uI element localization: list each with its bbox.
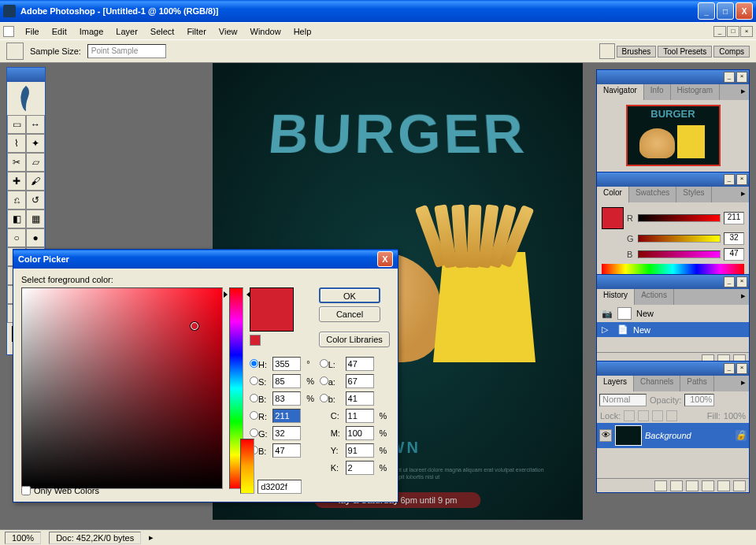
tab-color[interactable]: Color <box>597 187 629 202</box>
new-layer-icon[interactable] <box>717 480 730 491</box>
history-snapshot[interactable]: 📷New <box>597 305 749 322</box>
close-button[interactable]: X <box>736 2 753 20</box>
tab-actions[interactable]: Actions <box>635 289 674 305</box>
k-input[interactable] <box>346 461 374 475</box>
history-state[interactable]: ▷📄New <box>597 322 749 337</box>
lock-all-icon[interactable] <box>666 410 677 421</box>
dodge-tool[interactable]: ● <box>26 228 45 247</box>
panel-menu-icon[interactable]: ▸ <box>738 84 749 100</box>
navigator-thumbnail[interactable]: BURGER <box>626 105 721 166</box>
panel-minimize-button[interactable]: _ <box>724 174 735 185</box>
l-input[interactable] <box>346 357 374 371</box>
s-radio[interactable] <box>250 376 258 385</box>
document-icon[interactable] <box>3 26 14 37</box>
status-doc-size[interactable]: Doc: 452,2K/0 bytes <box>49 532 141 544</box>
adjustment-layer-icon[interactable] <box>702 480 714 491</box>
lock-move-icon[interactable] <box>652 410 663 421</box>
tab-styles[interactable]: Styles <box>676 187 711 202</box>
bv-input[interactable] <box>272 391 301 406</box>
color-libraries-button[interactable]: Color Libraries <box>319 332 390 347</box>
panel-menu-icon[interactable]: ▸ <box>738 187 749 202</box>
maximize-button[interactable]: □ <box>717 2 734 20</box>
fill-input[interactable]: 100% <box>724 411 746 421</box>
g-input[interactable] <box>272 426 301 440</box>
bc-input[interactable] <box>272 443 301 458</box>
file-browser-icon[interactable] <box>599 43 615 59</box>
only-web-colors-checkbox[interactable] <box>21 486 31 495</box>
healing-tool[interactable]: ✚ <box>7 172 26 191</box>
bb-radio[interactable] <box>320 394 328 402</box>
tool-preset-icon[interactable] <box>6 43 24 60</box>
hex-input[interactable] <box>258 480 302 494</box>
a-input[interactable] <box>346 374 374 388</box>
magic-wand-tool[interactable]: ✦ <box>26 134 45 153</box>
history-brush-tool[interactable]: ↺ <box>26 191 45 209</box>
visibility-icon[interactable]: 👁 <box>599 429 612 442</box>
color-spectrum[interactable] <box>602 264 744 275</box>
layer-style-icon[interactable] <box>654 480 667 491</box>
dialog-close-button[interactable]: X <box>377 251 393 267</box>
color-field[interactable] <box>21 287 223 489</box>
menu-window[interactable]: Window <box>244 27 287 36</box>
status-arrow-icon[interactable]: ▸ <box>149 532 154 543</box>
lock-paint-icon[interactable] <box>638 410 649 421</box>
color-panel-swatch[interactable] <box>602 207 624 229</box>
tab-histogram[interactable]: Histogram <box>671 84 721 100</box>
menu-filter[interactable]: Filter <box>180 27 212 36</box>
menu-file[interactable]: File <box>19 27 46 36</box>
bb-input[interactable] <box>346 391 374 406</box>
tab-paths[interactable]: Paths <box>680 376 714 391</box>
l-radio[interactable] <box>320 359 328 368</box>
lasso-tool[interactable]: ⌇ <box>7 134 26 153</box>
slice-tool[interactable]: ▱ <box>26 153 45 172</box>
menu-select[interactable]: Select <box>144 27 181 36</box>
a-radio[interactable] <box>320 376 328 385</box>
y-input[interactable] <box>346 443 374 458</box>
sample-size-dropdown[interactable]: Point Sample <box>87 44 166 58</box>
b-value[interactable]: 47 <box>724 248 744 261</box>
b-slider[interactable] <box>638 250 721 258</box>
crop-tool[interactable]: ✂ <box>7 153 26 172</box>
panel-minimize-button[interactable]: _ <box>724 363 735 374</box>
tab-tool-presets[interactable]: Tool Presets <box>658 46 712 57</box>
brush-tool[interactable]: 🖌 <box>26 172 45 191</box>
tab-brushes[interactable]: Brushes <box>617 46 657 57</box>
panel-minimize-button[interactable]: _ <box>724 276 735 287</box>
layer-row[interactable]: 👁 Background 🔒 <box>597 423 749 448</box>
stamp-tool[interactable]: ⎌ <box>7 191 26 209</box>
bv-radio[interactable] <box>250 394 258 402</box>
eraser-tool[interactable]: ◧ <box>7 209 26 228</box>
marquee-tool[interactable]: ▭ <box>7 115 26 134</box>
layer-thumbnail[interactable] <box>615 425 642 446</box>
cancel-button[interactable]: Cancel <box>319 306 380 322</box>
menu-edit[interactable]: Edit <box>46 27 73 36</box>
tab-channels[interactable]: Channels <box>634 376 680 391</box>
menu-layer[interactable]: Layer <box>109 27 144 36</box>
r-slider[interactable] <box>638 214 721 222</box>
new-set-icon[interactable] <box>686 480 699 491</box>
panel-menu-icon[interactable]: ▸ <box>738 376 749 391</box>
g-value[interactable]: 32 <box>724 232 744 245</box>
r-input[interactable] <box>272 409 301 423</box>
tab-navigator[interactable]: Navigator <box>597 84 644 100</box>
move-tool[interactable]: ↔ <box>26 115 45 134</box>
panel-close-button[interactable]: × <box>736 174 747 185</box>
g-slider[interactable] <box>638 235 721 243</box>
tab-layers[interactable]: Layers <box>597 376 634 391</box>
delete-layer-icon[interactable] <box>733 480 746 491</box>
toolbox-header[interactable] <box>7 68 45 82</box>
panel-minimize-button[interactable]: _ <box>724 72 735 83</box>
tab-comps[interactable]: Comps <box>713 46 750 57</box>
g-radio[interactable] <box>250 428 258 437</box>
panel-close-button[interactable]: × <box>736 72 747 83</box>
gradient-tool[interactable]: ▦ <box>26 209 45 228</box>
panel-menu-icon[interactable]: ▸ <box>738 289 749 305</box>
s-input[interactable] <box>272 374 301 388</box>
r-radio[interactable] <box>250 411 258 420</box>
tab-history[interactable]: History <box>597 289 635 305</box>
c-input[interactable] <box>346 409 374 423</box>
panel-close-button[interactable]: × <box>736 276 747 287</box>
panel-close-button[interactable]: × <box>736 363 747 374</box>
r-value[interactable]: 211 <box>724 212 744 224</box>
tab-info[interactable]: Info <box>644 84 671 100</box>
